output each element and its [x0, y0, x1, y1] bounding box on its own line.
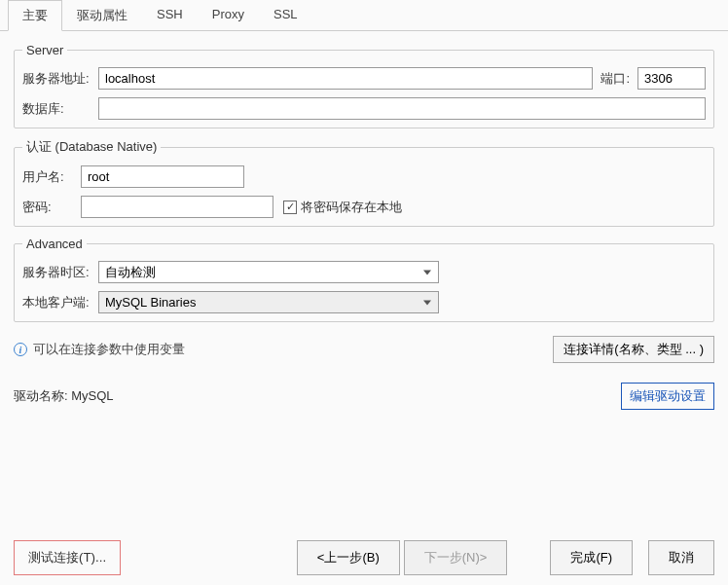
advanced-legend: Advanced [22, 237, 87, 251]
tab-driver-props[interactable]: 驱动属性 [62, 0, 142, 30]
tab-ssl[interactable]: SSL [259, 0, 312, 30]
host-input[interactable] [98, 67, 593, 90]
tab-main[interactable]: 主要 [8, 0, 62, 31]
port-label: 端口: [593, 70, 637, 88]
host-label: 服务器地址: [22, 70, 98, 88]
driver-name-value: MySQL [71, 388, 113, 403]
server-legend: Server [22, 43, 67, 57]
local-client-select[interactable]: MySQL Binaries [98, 291, 439, 313]
timezone-label: 服务器时区: [22, 264, 98, 281]
next-button[interactable]: 下一步(N)> [404, 540, 508, 575]
username-label: 用户名: [22, 168, 81, 186]
connection-details-button[interactable]: 连接详情(名称、类型 ... ) [553, 336, 714, 363]
info-icon: i [14, 343, 27, 356]
tabs-bar: 主要 驱动属性 SSH Proxy SSL [0, 0, 728, 31]
password-input[interactable] [81, 196, 273, 218]
tab-ssh[interactable]: SSH [142, 0, 198, 30]
save-password-checkbox[interactable]: ✓ [283, 201, 297, 214]
edit-driver-button[interactable]: 编辑驱动设置 [621, 383, 714, 410]
password-label: 密码: [22, 199, 81, 216]
database-label: 数据库: [22, 100, 98, 118]
cancel-button[interactable]: 取消 [648, 540, 714, 575]
variables-hint: 可以在连接参数中使用变量 [33, 341, 185, 358]
driver-name-label: 驱动名称: [14, 388, 71, 403]
server-group: Server 服务器地址: 端口: 数据库: [14, 43, 714, 128]
auth-legend: 认证 (Database Native) [22, 138, 161, 156]
timezone-select[interactable]: 自动检测 [98, 261, 439, 283]
test-connection-button[interactable]: 测试连接(T)... [14, 540, 121, 575]
database-input[interactable] [98, 97, 706, 120]
advanced-group: Advanced 服务器时区: 自动检测 本地客户端: MySQL Binari… [14, 237, 714, 322]
tab-proxy[interactable]: Proxy [198, 0, 259, 30]
local-client-label: 本地客户端: [22, 294, 98, 311]
username-input[interactable] [81, 165, 244, 188]
auth-group: 认证 (Database Native) 用户名: 密码: ✓ 将密码保存在本地 [14, 138, 714, 227]
port-input[interactable] [637, 67, 706, 90]
driver-name-row: 驱动名称: MySQL [14, 387, 114, 405]
finish-button[interactable]: 完成(F) [550, 540, 633, 575]
save-password-label: 将密码保存在本地 [301, 199, 402, 216]
back-button[interactable]: <上一步(B) [297, 540, 400, 575]
